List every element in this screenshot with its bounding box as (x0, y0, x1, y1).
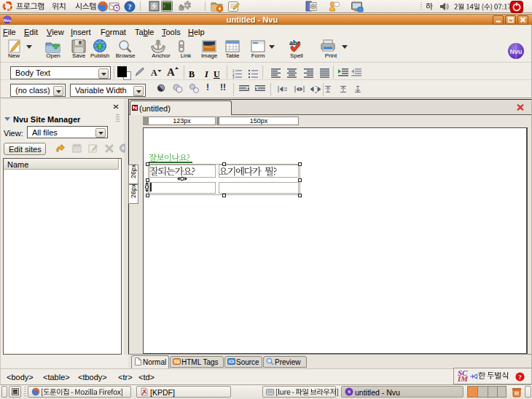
svg-text:<>: <> (228, 359, 234, 364)
svg-text:3: 3 (232, 76, 235, 79)
svg-text:A: A (151, 68, 157, 77)
svg-text:TB: TB (174, 360, 181, 364)
svg-text:?: ? (518, 374, 522, 381)
svg-text:Nvu: Nvu (509, 48, 522, 55)
svg-text:N: N (348, 390, 350, 394)
svg-text:?: ? (128, 2, 132, 11)
svg-text:A: A (167, 66, 175, 77)
